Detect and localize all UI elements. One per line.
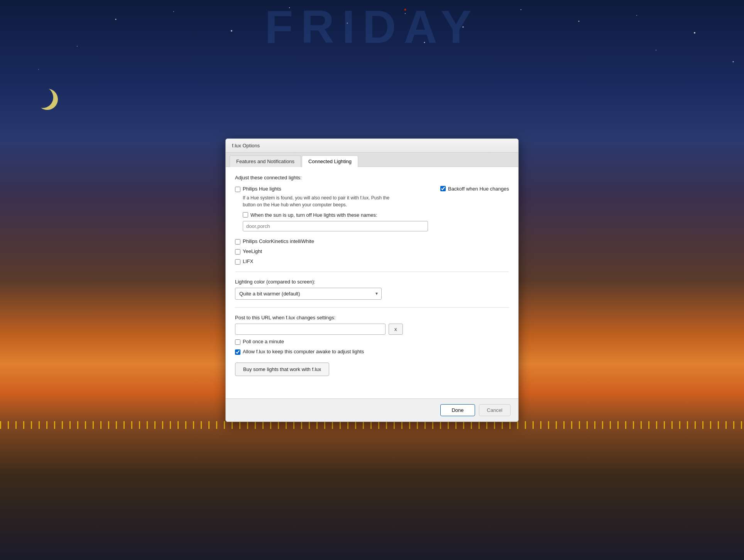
hue-left: Philips Hue lights [235,186,281,192]
lifx-row[interactable]: LIFX [235,258,509,265]
tab-connected-lighting[interactable]: Connected Lighting [302,155,358,167]
sun-label: When the sun is up, turn off Hue lights … [250,212,377,218]
url-input-row: x [235,324,509,335]
post-url-label: Post to this URL when f.lux changes sett… [235,315,509,320]
dialog-title: f.lux Options [232,143,260,148]
colorkinetics-label: Philips ColorKinetics intelliWhite [243,238,314,244]
philips-hue-label: Philips Hue lights [243,186,281,192]
lifx-label: LIFX [243,258,253,264]
allow-awake-checkbox[interactable] [235,349,240,355]
dialog-body: Adjust these connected lights: Philips H… [226,167,518,398]
sun-row: When the sun is up, turn off Hue lights … [243,212,509,218]
poll-label: Poll once a minute [243,339,284,344]
backoff-hue-label: Backoff when Hue changes [448,186,509,192]
sun-lights-input[interactable] [243,221,428,231]
philips-hue-checkbox[interactable] [235,187,240,192]
done-button[interactable]: Done [440,404,475,416]
hue-description: If a Hue system is found, you will also … [243,194,509,208]
tab-bar: Features and Notifications Connected Lig… [226,153,518,167]
philips-hue-row: Philips Hue lights Backoff when Hue chan… [235,186,509,192]
yeelight-checkbox[interactable] [235,249,240,255]
cancel-button[interactable]: Cancel [479,404,511,416]
buy-lights-button[interactable]: Buy some lights that work with f.lux [235,363,329,376]
backoff-hue-right: Backoff when Hue changes [440,186,509,192]
backoff-hue-checkbox[interactable] [440,186,446,191]
clear-url-button[interactable]: x [389,324,403,335]
tab-features[interactable]: Features and Notifications [230,155,301,167]
url-input[interactable] [235,324,386,335]
yeelight-label: YeeLight [243,248,262,254]
lighting-color-select-wrapper: Quite a bit warmer (default) Same as scr… [235,288,382,300]
dialog-titlebar: f.lux Options [226,139,518,153]
colorkinetics-row[interactable]: Philips ColorKinetics intelliWhite [235,238,509,245]
lighting-color-select[interactable]: Quite a bit warmer (default) Same as scr… [235,288,382,300]
allow-awake-row[interactable]: Allow f.lux to keep this computer awake … [235,349,509,355]
dialog-overlay: f.lux Options Features and Notifications… [0,0,744,560]
colorkinetics-checkbox[interactable] [235,239,240,245]
lighting-color-label: Lighting color (compared to screen): [235,279,509,285]
section-title: Adjust these connected lights: [235,175,509,180]
dialog-footer: Done Cancel [226,398,518,422]
divider-1 [235,272,509,272]
poll-checkbox[interactable] [235,339,240,345]
poll-row[interactable]: Poll once a minute [235,339,509,345]
sun-checkbox[interactable] [243,212,248,218]
divider-2 [235,307,509,308]
options-dialog: f.lux Options Features and Notifications… [225,138,519,422]
allow-awake-label: Allow f.lux to keep this computer awake … [243,349,364,354]
yeelight-row[interactable]: YeeLight [235,248,509,255]
lifx-checkbox[interactable] [235,259,240,265]
philips-hue-checkbox-label[interactable]: Philips Hue lights [235,186,281,192]
